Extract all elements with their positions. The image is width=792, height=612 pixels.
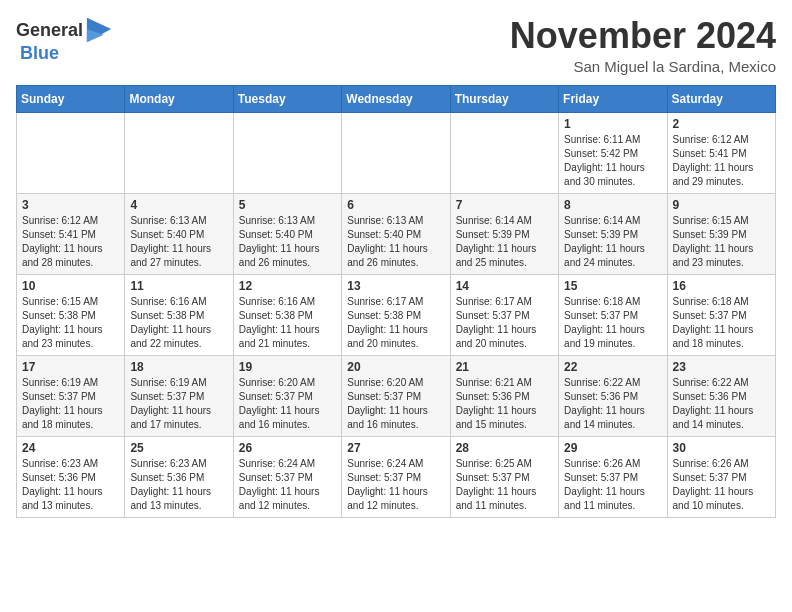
logo-blue: Blue bbox=[20, 43, 59, 63]
calendar-cell bbox=[233, 112, 341, 193]
calendar-cell: 6Sunrise: 6:13 AMSunset: 5:40 PMDaylight… bbox=[342, 193, 450, 274]
calendar-cell: 11Sunrise: 6:16 AMSunset: 5:38 PMDayligh… bbox=[125, 274, 233, 355]
calendar-cell: 23Sunrise: 6:22 AMSunset: 5:36 PMDayligh… bbox=[667, 355, 775, 436]
day-info: Sunrise: 6:13 AMSunset: 5:40 PMDaylight:… bbox=[130, 214, 227, 270]
day-info: Sunrise: 6:19 AMSunset: 5:37 PMDaylight:… bbox=[130, 376, 227, 432]
calendar-cell: 8Sunrise: 6:14 AMSunset: 5:39 PMDaylight… bbox=[559, 193, 667, 274]
day-info: Sunrise: 6:22 AMSunset: 5:36 PMDaylight:… bbox=[564, 376, 661, 432]
calendar-week-row: 17Sunrise: 6:19 AMSunset: 5:37 PMDayligh… bbox=[17, 355, 776, 436]
calendar-cell: 30Sunrise: 6:26 AMSunset: 5:37 PMDayligh… bbox=[667, 436, 775, 517]
day-info: Sunrise: 6:25 AMSunset: 5:37 PMDaylight:… bbox=[456, 457, 553, 513]
day-info: Sunrise: 6:16 AMSunset: 5:38 PMDaylight:… bbox=[130, 295, 227, 351]
day-number: 22 bbox=[564, 360, 661, 374]
calendar-cell: 10Sunrise: 6:15 AMSunset: 5:38 PMDayligh… bbox=[17, 274, 125, 355]
day-info: Sunrise: 6:13 AMSunset: 5:40 PMDaylight:… bbox=[347, 214, 444, 270]
calendar-week-row: 3Sunrise: 6:12 AMSunset: 5:41 PMDaylight… bbox=[17, 193, 776, 274]
calendar-cell: 22Sunrise: 6:22 AMSunset: 5:36 PMDayligh… bbox=[559, 355, 667, 436]
day-number: 5 bbox=[239, 198, 336, 212]
calendar-cell bbox=[342, 112, 450, 193]
day-info: Sunrise: 6:26 AMSunset: 5:37 PMDaylight:… bbox=[673, 457, 770, 513]
logo: General Blue bbox=[16, 16, 113, 63]
day-number: 21 bbox=[456, 360, 553, 374]
day-info: Sunrise: 6:11 AMSunset: 5:42 PMDaylight:… bbox=[564, 133, 661, 189]
page-header: General Blue November 2024 San Miguel la… bbox=[16, 16, 776, 75]
day-info: Sunrise: 6:19 AMSunset: 5:37 PMDaylight:… bbox=[22, 376, 119, 432]
day-info: Sunrise: 6:14 AMSunset: 5:39 PMDaylight:… bbox=[456, 214, 553, 270]
day-number: 27 bbox=[347, 441, 444, 455]
day-info: Sunrise: 6:18 AMSunset: 5:37 PMDaylight:… bbox=[564, 295, 661, 351]
weekday-header: Friday bbox=[559, 85, 667, 112]
calendar-week-row: 24Sunrise: 6:23 AMSunset: 5:36 PMDayligh… bbox=[17, 436, 776, 517]
calendar-cell: 19Sunrise: 6:20 AMSunset: 5:37 PMDayligh… bbox=[233, 355, 341, 436]
calendar-cell: 20Sunrise: 6:20 AMSunset: 5:37 PMDayligh… bbox=[342, 355, 450, 436]
calendar-cell bbox=[450, 112, 558, 193]
day-number: 20 bbox=[347, 360, 444, 374]
day-number: 14 bbox=[456, 279, 553, 293]
calendar-cell: 15Sunrise: 6:18 AMSunset: 5:37 PMDayligh… bbox=[559, 274, 667, 355]
day-info: Sunrise: 6:24 AMSunset: 5:37 PMDaylight:… bbox=[239, 457, 336, 513]
calendar-cell bbox=[125, 112, 233, 193]
calendar-cell: 4Sunrise: 6:13 AMSunset: 5:40 PMDaylight… bbox=[125, 193, 233, 274]
title-section: November 2024 San Miguel la Sardina, Mex… bbox=[510, 16, 776, 75]
day-info: Sunrise: 6:18 AMSunset: 5:37 PMDaylight:… bbox=[673, 295, 770, 351]
weekday-header: Saturday bbox=[667, 85, 775, 112]
calendar-cell: 2Sunrise: 6:12 AMSunset: 5:41 PMDaylight… bbox=[667, 112, 775, 193]
calendar-cell: 29Sunrise: 6:26 AMSunset: 5:37 PMDayligh… bbox=[559, 436, 667, 517]
day-number: 9 bbox=[673, 198, 770, 212]
calendar-cell bbox=[17, 112, 125, 193]
day-info: Sunrise: 6:15 AMSunset: 5:38 PMDaylight:… bbox=[22, 295, 119, 351]
calendar-cell: 7Sunrise: 6:14 AMSunset: 5:39 PMDaylight… bbox=[450, 193, 558, 274]
calendar-week-row: 1Sunrise: 6:11 AMSunset: 5:42 PMDaylight… bbox=[17, 112, 776, 193]
location-title: San Miguel la Sardina, Mexico bbox=[510, 58, 776, 75]
day-number: 29 bbox=[564, 441, 661, 455]
day-number: 13 bbox=[347, 279, 444, 293]
weekday-header: Thursday bbox=[450, 85, 558, 112]
day-number: 23 bbox=[673, 360, 770, 374]
calendar-cell: 21Sunrise: 6:21 AMSunset: 5:36 PMDayligh… bbox=[450, 355, 558, 436]
weekday-header: Sunday bbox=[17, 85, 125, 112]
calendar-cell: 9Sunrise: 6:15 AMSunset: 5:39 PMDaylight… bbox=[667, 193, 775, 274]
calendar-cell: 13Sunrise: 6:17 AMSunset: 5:38 PMDayligh… bbox=[342, 274, 450, 355]
day-number: 12 bbox=[239, 279, 336, 293]
day-info: Sunrise: 6:23 AMSunset: 5:36 PMDaylight:… bbox=[22, 457, 119, 513]
day-info: Sunrise: 6:12 AMSunset: 5:41 PMDaylight:… bbox=[22, 214, 119, 270]
calendar-header-row: SundayMondayTuesdayWednesdayThursdayFrid… bbox=[17, 85, 776, 112]
day-info: Sunrise: 6:12 AMSunset: 5:41 PMDaylight:… bbox=[673, 133, 770, 189]
day-number: 30 bbox=[673, 441, 770, 455]
calendar-cell: 24Sunrise: 6:23 AMSunset: 5:36 PMDayligh… bbox=[17, 436, 125, 517]
calendar-cell: 25Sunrise: 6:23 AMSunset: 5:36 PMDayligh… bbox=[125, 436, 233, 517]
day-info: Sunrise: 6:20 AMSunset: 5:37 PMDaylight:… bbox=[239, 376, 336, 432]
logo-icon bbox=[85, 16, 113, 44]
calendar-cell: 27Sunrise: 6:24 AMSunset: 5:37 PMDayligh… bbox=[342, 436, 450, 517]
day-info: Sunrise: 6:22 AMSunset: 5:36 PMDaylight:… bbox=[673, 376, 770, 432]
day-number: 7 bbox=[456, 198, 553, 212]
day-number: 6 bbox=[347, 198, 444, 212]
calendar-cell: 1Sunrise: 6:11 AMSunset: 5:42 PMDaylight… bbox=[559, 112, 667, 193]
day-info: Sunrise: 6:17 AMSunset: 5:38 PMDaylight:… bbox=[347, 295, 444, 351]
day-number: 8 bbox=[564, 198, 661, 212]
month-title: November 2024 bbox=[510, 16, 776, 56]
day-number: 11 bbox=[130, 279, 227, 293]
calendar-cell: 3Sunrise: 6:12 AMSunset: 5:41 PMDaylight… bbox=[17, 193, 125, 274]
calendar-cell: 18Sunrise: 6:19 AMSunset: 5:37 PMDayligh… bbox=[125, 355, 233, 436]
day-number: 2 bbox=[673, 117, 770, 131]
weekday-header: Wednesday bbox=[342, 85, 450, 112]
day-number: 28 bbox=[456, 441, 553, 455]
day-info: Sunrise: 6:16 AMSunset: 5:38 PMDaylight:… bbox=[239, 295, 336, 351]
day-number: 16 bbox=[673, 279, 770, 293]
day-number: 4 bbox=[130, 198, 227, 212]
day-number: 19 bbox=[239, 360, 336, 374]
calendar-cell: 28Sunrise: 6:25 AMSunset: 5:37 PMDayligh… bbox=[450, 436, 558, 517]
day-info: Sunrise: 6:21 AMSunset: 5:36 PMDaylight:… bbox=[456, 376, 553, 432]
day-number: 25 bbox=[130, 441, 227, 455]
calendar-cell: 14Sunrise: 6:17 AMSunset: 5:37 PMDayligh… bbox=[450, 274, 558, 355]
day-info: Sunrise: 6:26 AMSunset: 5:37 PMDaylight:… bbox=[564, 457, 661, 513]
day-info: Sunrise: 6:24 AMSunset: 5:37 PMDaylight:… bbox=[347, 457, 444, 513]
logo-general: General bbox=[16, 21, 83, 39]
day-info: Sunrise: 6:13 AMSunset: 5:40 PMDaylight:… bbox=[239, 214, 336, 270]
day-info: Sunrise: 6:17 AMSunset: 5:37 PMDaylight:… bbox=[456, 295, 553, 351]
weekday-header: Tuesday bbox=[233, 85, 341, 112]
calendar-cell: 5Sunrise: 6:13 AMSunset: 5:40 PMDaylight… bbox=[233, 193, 341, 274]
day-number: 10 bbox=[22, 279, 119, 293]
calendar-cell: 12Sunrise: 6:16 AMSunset: 5:38 PMDayligh… bbox=[233, 274, 341, 355]
